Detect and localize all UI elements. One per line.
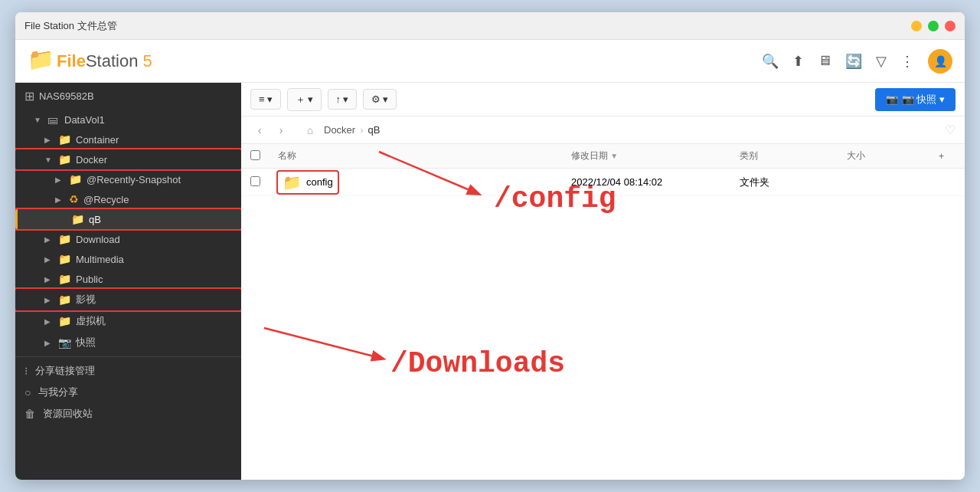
sidebar-item-recycle-bin[interactable]: 🗑 资源回收站 [15, 403, 241, 425]
breadcrumb-nav: ‹ › [250, 121, 290, 139]
sort-indicator: ▼ [610, 152, 618, 160]
header-modified[interactable]: 修改日期 ▼ [568, 149, 737, 162]
display-icon[interactable]: 🖥 [818, 53, 831, 69]
list-icon: ≡ [259, 93, 265, 105]
table-row[interactable]: 📁 config 2022/12/04 08:14:02 文件夹 [241, 169, 965, 196]
toolbar: ≡ ▾ ＋ ▾ ↑ ▾ ⚙ ▾ 📷 📷 快照 ▾ [241, 83, 965, 116]
container-label: Container [76, 134, 232, 146]
home-button[interactable]: ⌂ [301, 121, 319, 139]
tools-button[interactable]: ⚙ ▾ [363, 89, 397, 110]
row-select-checkbox[interactable] [250, 176, 260, 186]
share-link-icon: ⁝ [24, 365, 28, 377]
row-type: 文件夹 [737, 175, 844, 189]
qb-label: qB [89, 214, 232, 225]
logo: 📁 FileStation 5 [28, 49, 152, 74]
config-name: config [306, 176, 333, 188]
folder-icon-xuniji: 📁 [58, 315, 71, 327]
share-link-label: 分享链接管理 [35, 364, 232, 378]
upload-button[interactable]: ↑ ▾ [328, 89, 358, 110]
sidebar-item-container[interactable]: ▶ 📁 Container [15, 130, 241, 149]
quick-btn-label: 📷 快照 ▾ [902, 93, 945, 107]
select-all-checkbox[interactable] [250, 150, 260, 160]
window-title: File Station 文件总管 [24, 19, 911, 33]
search-icon[interactable]: 🔍 [762, 53, 779, 70]
row-checkbox[interactable] [247, 176, 275, 189]
recycle-bin-label: 资源回收站 [43, 407, 232, 421]
sidebar-item-docker[interactable]: ▼ 📁 Docker [15, 149, 241, 169]
expand-arrow-download: ▶ [44, 235, 55, 244]
row-name-cell: 📁 config [275, 172, 568, 193]
datavol1-label: DataVol1 [64, 114, 232, 126]
favorite-icon[interactable]: ♡ [945, 123, 956, 137]
expand-arrow-docker: ▼ [44, 156, 55, 164]
multimedia-label: Multimedia [76, 254, 232, 265]
logo-text: FileStation 5 [57, 51, 152, 71]
expand-arrow-public: ▶ [44, 275, 55, 284]
breadcrumb-docker[interactable]: Docker [324, 124, 355, 136]
sidebar-item-multimedia[interactable]: ▶ 📁 Multimedia [15, 249, 241, 269]
sidebar-item-download[interactable]: ▶ 📁 Download [15, 229, 241, 249]
folder-icon-container: 📁 [58, 133, 71, 146]
refresh-icon[interactable]: 🔄 [845, 53, 862, 70]
tools-icon: ⚙ [371, 93, 381, 105]
sidebar-nas-label: ⊞ NAS69582B [15, 83, 241, 110]
close-button[interactable]: ✕ [945, 21, 956, 31]
folder-icon-qb: 📁 [71, 213, 84, 225]
header-icons: 🔍 ⬆ 🖥 🔄 ▽ ⋮ 👤 [762, 49, 952, 74]
user-avatar[interactable]: 👤 [928, 49, 952, 74]
nas-name: NAS69582B [39, 90, 94, 102]
logo-version: 5 [138, 51, 152, 71]
sidebar-item-yingshi[interactable]: ▶ 📁 影视 [15, 289, 241, 310]
row-modified: 2022/12/04 08:14:02 [568, 176, 737, 188]
expand-arrow-recycle-sub: ▶ [55, 195, 66, 204]
header-name[interactable]: 名称 [275, 149, 568, 162]
expand-arrow-multimedia: ▶ [44, 255, 55, 264]
back-button[interactable]: ‹ [250, 121, 269, 139]
app-header: 📁 FileStation 5 🔍 ⬆ 🖥 🔄 ▽ ⋮ 👤 [15, 40, 965, 83]
logo-icon: 📁 [28, 49, 52, 74]
upload-icon[interactable]: ⬆ [792, 53, 804, 70]
sidebar-item-kuaizhao[interactable]: ▶ 📷 快照 [15, 332, 241, 353]
sidebar-item-recently-snapshot[interactable]: ▶ 📁 @Recently-Snapshot [15, 169, 241, 189]
expand-arrow-yingshi: ▶ [44, 296, 55, 304]
window-controls: — □ ✕ [911, 21, 956, 31]
recycle-bin-icon: 🗑 [24, 408, 35, 420]
header-more[interactable]: + [936, 151, 959, 162]
sidebar-item-qb[interactable]: 📁 qB [15, 209, 241, 229]
add-dropdown: ▾ [308, 93, 313, 105]
config-folder-box: 📁 config [278, 172, 338, 193]
sidebar-item-share-link[interactable]: ⁝ 分享链接管理 [15, 360, 241, 382]
recently-label: @Recently-Snapshot [87, 174, 232, 185]
expand-arrow-datavol1: ▼ [34, 116, 44, 124]
folder-icon-recently: 📁 [69, 173, 82, 185]
add-icon: ＋ [296, 93, 305, 107]
list-view-button[interactable]: ≡ ▾ [250, 89, 281, 110]
xuniji-label: 虚拟机 [76, 314, 232, 328]
sidebar-item-datavol1[interactable]: ▼ 🖴 DataVol1 [15, 110, 241, 130]
minimize-button[interactable]: — [911, 21, 922, 31]
nas-icon: ⊞ [24, 89, 34, 103]
folder-icon-recycle-sub: ♻ [69, 193, 79, 205]
filter-icon[interactable]: ▽ [876, 53, 887, 70]
kuaizhao-label: 快照 [76, 336, 232, 349]
header-checkbox[interactable] [247, 150, 275, 162]
add-button[interactable]: ＋ ▾ [287, 88, 322, 111]
sidebar-item-public[interactable]: ▶ 📁 Public [15, 269, 241, 289]
expand-arrow-recently: ▶ [55, 175, 66, 184]
maximize-button[interactable]: □ [928, 21, 939, 31]
sidebar-item-xuniji[interactable]: ▶ 📁 虚拟机 [15, 310, 241, 332]
forward-button[interactable]: › [272, 121, 290, 139]
sidebar-divider-1 [15, 356, 241, 357]
content-area: ≡ ▾ ＋ ▾ ↑ ▾ ⚙ ▾ 📷 📷 快照 ▾ [241, 83, 965, 480]
folder-icon-config: 📁 [283, 173, 302, 192]
sidebar-item-share-with-me[interactable]: ○ 与我分享 [15, 382, 241, 403]
quick-snapshot-button[interactable]: 📷 📷 快照 ▾ [875, 88, 956, 111]
folder-icon-download: 📁 [58, 233, 71, 245]
share-with-me-icon: ○ [24, 386, 31, 399]
list-dropdown: ▾ [267, 93, 273, 105]
sidebar-item-recycle-sub[interactable]: ▶ ♻ @Recycle [15, 189, 241, 209]
upload-icon-tb: ↑ [336, 93, 341, 105]
more-icon[interactable]: ⋮ [900, 53, 914, 70]
drive-icon: 🖴 [47, 113, 58, 126]
sidebar: ⊞ NAS69582B ▼ 🖴 DataVol1 ▶ 📁 Container ▼… [15, 83, 241, 480]
